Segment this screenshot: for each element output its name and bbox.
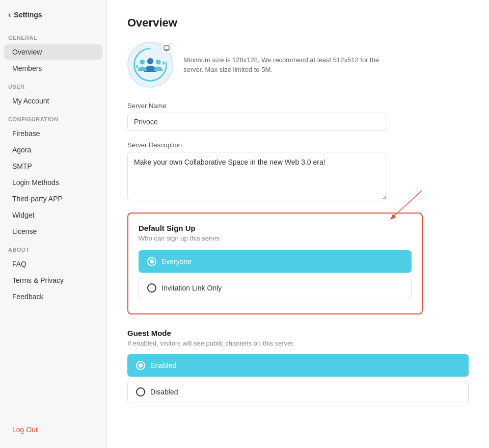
default-signup-section: Default Sign Up Who can sign up this ser… <box>127 213 423 314</box>
general-section-label: General <box>0 28 106 44</box>
server-name-field-group: Server Name <box>127 102 469 131</box>
svg-marker-6 <box>135 64 138 69</box>
radio-dot-invitation <box>147 283 156 293</box>
arrow-annotation <box>371 186 432 226</box>
signup-invitation-label: Invitation Link Only <box>161 284 222 292</box>
sidebar-item-faq[interactable]: FAQ <box>4 256 102 272</box>
server-description-input[interactable] <box>127 152 387 200</box>
server-name-input[interactable] <box>127 113 387 131</box>
sidebar: ‹ Settings General Overview Members User… <box>0 0 107 448</box>
settings-title: Settings <box>14 11 42 19</box>
sidebar-item-my-account[interactable]: My Account <box>4 93 102 109</box>
guest-mode-title: Guest Mode <box>127 329 469 337</box>
sidebar-item-agora[interactable]: Agora <box>4 142 102 157</box>
svg-line-10 <box>391 191 422 219</box>
logout-button[interactable]: Log Out <box>4 422 102 437</box>
svg-point-3 <box>140 60 145 65</box>
back-button[interactable]: ‹ Settings <box>0 10 106 28</box>
guest-mode-section: Guest Mode If enabled, visitors will see… <box>127 329 469 403</box>
sidebar-item-third-party-app[interactable]: Third-party APP <box>4 191 102 206</box>
guest-enabled-label: Enabled <box>150 361 176 370</box>
main-content: Overview <box>107 0 489 448</box>
configuration-section-label: Configuration <box>0 109 106 125</box>
default-signup-subtitle: Who can sign up this server. <box>139 234 412 242</box>
signup-option-everyone[interactable]: Everyone <box>139 250 412 273</box>
sidebar-item-members[interactable]: Members <box>4 61 102 76</box>
guest-disabled-label: Disabled <box>150 388 178 396</box>
avatar-wrapper <box>127 42 173 88</box>
avatar-edit-button[interactable] <box>161 43 172 54</box>
avatar-hint: Minimum size is 128x128, We recommend at… <box>183 55 387 75</box>
sidebar-item-overview[interactable]: Overview <box>4 44 102 60</box>
edit-icon <box>164 45 170 51</box>
guest-mode-subtitle: If enabled, visitors will see public cha… <box>127 339 469 347</box>
server-name-label: Server Name <box>127 102 469 110</box>
svg-point-2 <box>147 58 153 64</box>
sidebar-item-widget[interactable]: Widget <box>4 207 102 223</box>
svg-marker-5 <box>163 61 165 65</box>
server-description-label: Server Description <box>127 141 469 149</box>
sidebar-item-firebase[interactable]: Firebase <box>4 126 102 141</box>
sidebar-item-terms-privacy[interactable]: Terms & Privacy <box>4 273 102 288</box>
radio-dot-enabled <box>136 361 145 370</box>
guest-option-enabled[interactable]: Enabled <box>127 354 469 377</box>
sidebar-item-login-methods[interactable]: Login Methods <box>4 175 102 190</box>
signup-option-invitation[interactable]: Invitation Link Only <box>139 277 412 299</box>
svg-rect-7 <box>164 46 169 50</box>
sidebar-item-smtp[interactable]: SMTP <box>4 159 102 174</box>
sidebar-item-license[interactable]: License <box>4 224 102 239</box>
radio-dot-everyone <box>147 257 156 266</box>
avatar-section: Minimum size is 128x128, We recommend at… <box>127 42 469 88</box>
user-section-label: User <box>0 76 106 93</box>
guest-option-disabled[interactable]: Disabled <box>127 381 469 403</box>
svg-point-4 <box>156 60 161 65</box>
page-title: Overview <box>127 16 469 30</box>
sidebar-item-feedback[interactable]: Feedback <box>4 289 102 304</box>
about-section-label: About <box>0 240 106 256</box>
signup-everyone-label: Everyone <box>161 257 192 266</box>
radio-dot-disabled <box>136 387 145 397</box>
back-arrow-icon: ‹ <box>8 10 11 19</box>
